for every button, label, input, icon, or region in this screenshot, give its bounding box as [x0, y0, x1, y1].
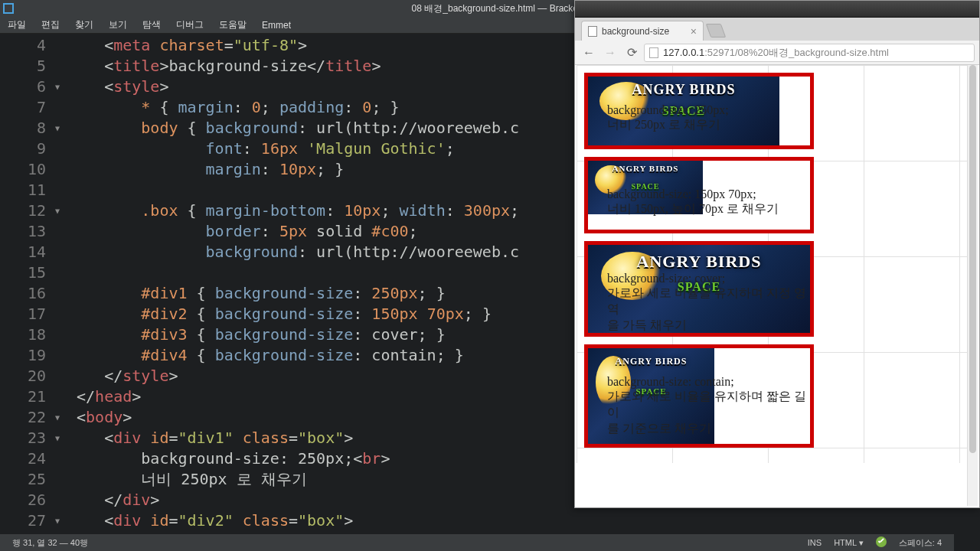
preview-box-div3: ANGRY BIRDSSPACE background-size: cover;…	[584, 241, 814, 337]
menu-view[interactable]: 보기	[101, 18, 135, 31]
menu-help[interactable]: 도움말	[211, 18, 254, 31]
tab-close-icon[interactable]: ×	[691, 25, 697, 37]
language-mode[interactable]: HTML ▾	[828, 538, 870, 548]
code-content[interactable]: <meta charset="utf-8"> <title>background…	[54, 34, 574, 534]
lint-status-icon[interactable]	[870, 536, 893, 549]
url-path: :52971/08%20배경_background-size.html	[704, 46, 889, 60]
browser-toolbar: ← → ⟳ 127.0.0.1:52971/08%20배경_background…	[575, 41, 979, 65]
page-icon	[588, 26, 597, 37]
menu-file[interactable]: 파일	[0, 18, 34, 31]
status-bar: 행 31, 열 32 — 40행 INS HTML ▾ 스페이스: 4	[0, 534, 954, 551]
browser-forward-button[interactable]: →	[601, 44, 619, 62]
app-icon	[0, 0, 17, 17]
menu-edit[interactable]: 편집	[34, 18, 67, 31]
insert-mode[interactable]: INS	[802, 538, 828, 547]
menu-emmet[interactable]: Emmet	[254, 20, 299, 31]
preview-box-div1: ANGRY BIRDSSPACE background-size: 250px;…	[584, 73, 814, 149]
svg-rect-0	[4, 4, 13, 13]
url-host: 127.0.0.1	[663, 47, 704, 58]
page-icon	[649, 47, 658, 58]
tab-title: background-size	[602, 26, 669, 37]
preview-box-div2: ANGRY BIRDSSPACE background-size: 150px …	[584, 157, 814, 233]
browser-tab-active[interactable]: background-size ×	[581, 21, 704, 41]
menu-find[interactable]: 찾기	[67, 18, 101, 31]
line-number-gutter: 456▼78▼9101112▼13141516171819202122▼23▼2…	[0, 34, 54, 534]
scrollbar-thumb[interactable]	[969, 65, 976, 453]
cursor-position[interactable]: 행 31, 열 32 — 40행	[6, 537, 94, 549]
menu-navigate[interactable]: 탐색	[135, 18, 168, 31]
browser-address-bar[interactable]: 127.0.0.1:52971/08%20배경_background-size.…	[644, 44, 975, 62]
code-editor[interactable]: 456▼78▼9101112▼13141516171819202122▼23▼2…	[0, 34, 574, 534]
browser-reload-button[interactable]: ⟳	[622, 44, 641, 62]
new-tab-button[interactable]	[706, 24, 727, 37]
browser-tab-strip: background-size ×	[575, 18, 979, 41]
preview-box-div4: ANGRY BIRDSSPACE background-size: contai…	[584, 344, 814, 448]
browser-window-frame	[575, 1, 979, 18]
indent-setting[interactable]: 스페이스: 4	[893, 537, 948, 549]
menu-debug[interactable]: 디버그	[168, 18, 211, 31]
browser-viewport[interactable]: ANGRY BIRDSSPACE background-size: 250px;…	[577, 65, 967, 506]
live-preview-browser: background-size × ← → ⟳ 127.0.0.1:52971/…	[574, 0, 980, 508]
browser-back-button[interactable]: ←	[580, 44, 598, 62]
browser-scrollbar[interactable]	[967, 65, 978, 506]
